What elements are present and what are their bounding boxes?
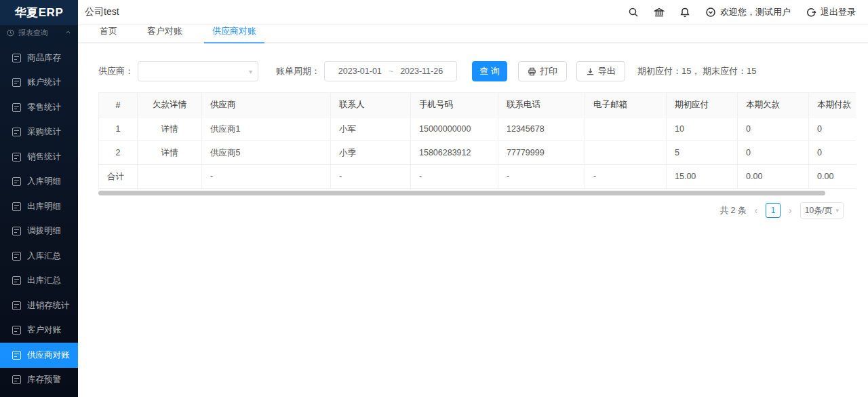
- column-header: 本期欠款: [738, 93, 809, 117]
- supplier-statement-table-wrap: #欠款详情供应商联系人手机号码联系电话电子邮箱期初应付本期欠款本期付款 1详情供…: [98, 92, 856, 189]
- table-cell: -: [585, 165, 667, 189]
- sidebar-item-4[interactable]: 销售统计: [0, 145, 78, 170]
- sidebar-item-label: 入库汇总: [27, 250, 61, 262]
- sidebar: 华夏ERP 报表查询 商品库存账户统计零售统计采购统计销售统计入库明细出库明细调…: [0, 0, 78, 397]
- table-cell: 5: [667, 141, 738, 165]
- topbar-right: 欢迎您，测试用户 退出登录: [628, 6, 856, 18]
- user-menu[interactable]: 欢迎您，测试用户: [705, 6, 791, 18]
- table-cell: -: [202, 165, 331, 189]
- tab-2[interactable]: 供应商对账: [212, 25, 256, 42]
- tabs-bar: 首页客户对账供应商对账: [78, 25, 868, 43]
- list-square-icon: [12, 153, 21, 162]
- list-square-icon: [12, 351, 21, 360]
- supplier-select[interactable]: ▾: [138, 61, 258, 81]
- pagination: 共 2 条 ‹ 1 › 10条/页 ▾: [90, 202, 844, 219]
- company-name: 公司test: [85, 6, 119, 18]
- payable-summary: 期初应付：15， 期末应付：15: [637, 65, 757, 77]
- sidebar-item-1[interactable]: 账户统计: [0, 71, 78, 96]
- sidebar-group-report-query[interactable]: 报表查询: [0, 25, 78, 40]
- table-cell: 0.00: [738, 165, 809, 189]
- sidebar-item-12[interactable]: 供应商对账: [0, 343, 78, 368]
- horizontal-scrollbar[interactable]: [98, 190, 856, 195]
- column-header: 联系人: [331, 93, 411, 117]
- chevron-up-icon: [65, 29, 71, 37]
- table-cell: 0: [809, 141, 856, 165]
- list-square-icon: [12, 202, 21, 211]
- print-label: 打印: [540, 65, 557, 77]
- date-start[interactable]: 2023-01-01: [338, 67, 382, 76]
- table-cell: 0: [738, 117, 809, 141]
- detail-link[interactable]: 详情: [138, 117, 202, 141]
- page-size-value: 10条/页: [805, 205, 833, 216]
- sidebar-item-10[interactable]: 进销存统计: [0, 293, 78, 318]
- list-square-icon: [12, 177, 21, 186]
- table-cell: 供应商1: [202, 117, 331, 141]
- sidebar-item-8[interactable]: 入库汇总: [0, 244, 78, 269]
- table-cell: [585, 141, 667, 165]
- chevron-down-icon: ▾: [249, 68, 252, 75]
- sidebar-item-5[interactable]: 入库明细: [0, 170, 78, 195]
- table-cell: 小军: [331, 117, 411, 141]
- export-button[interactable]: 导出: [576, 61, 625, 81]
- date-range-picker[interactable]: 2023-01-01 ~ 2023-11-26: [324, 61, 457, 81]
- sidebar-item-label: 库存预警: [27, 374, 61, 385]
- sidebar-item-6[interactable]: 出库明细: [0, 194, 78, 219]
- scrollbar-thumb[interactable]: [98, 191, 825, 195]
- sidebar-group-label: 报表查询: [18, 28, 48, 38]
- tab-0[interactable]: 首页: [100, 25, 117, 42]
- table-row: 2详情供应商5小季1580628391277779999500: [99, 141, 856, 165]
- clock-icon: [7, 29, 14, 37]
- page-size-select[interactable]: 10条/页 ▾: [800, 202, 844, 219]
- column-header: 供应商: [202, 93, 331, 117]
- list-square-icon: [12, 252, 21, 261]
- search-icon[interactable]: [628, 7, 639, 18]
- period-label: 账单周期：: [276, 65, 320, 77]
- table-total-row: 合计-----15.000.000.00: [99, 165, 856, 189]
- logout-icon: [806, 7, 816, 18]
- sidebar-menu: 商品库存账户统计零售统计采购统计销售统计入库明细出库明细调拨明细入库汇总出库汇总…: [0, 40, 78, 397]
- print-button[interactable]: 打印: [518, 61, 567, 81]
- sidebar-item-2[interactable]: 零售统计: [0, 95, 78, 120]
- table-header-row: #欠款详情供应商联系人手机号码联系电话电子邮箱期初应付本期欠款本期付款: [99, 93, 856, 117]
- table-cell: 小季: [331, 141, 411, 165]
- printer-icon: [528, 67, 536, 76]
- table-cell: [585, 117, 667, 141]
- sidebar-item-label: 零售统计: [27, 102, 61, 113]
- date-end[interactable]: 2023-11-26: [400, 67, 443, 76]
- chevron-down-icon: ▾: [835, 207, 839, 214]
- column-header: 本期付款: [809, 93, 856, 117]
- sidebar-item-0[interactable]: 商品库存: [0, 45, 78, 71]
- sidebar-item-11[interactable]: 客户对账: [0, 318, 78, 343]
- column-header: 手机号码: [411, 93, 498, 117]
- sidebar-item-13[interactable]: 库存预警: [0, 368, 78, 393]
- sidebar-item-label: 商品库存: [27, 52, 61, 64]
- table-cell: -: [331, 165, 411, 189]
- table-cell: 15000000000: [411, 117, 498, 141]
- sidebar-item-label: 出库明细: [27, 201, 61, 212]
- logout-label: 退出登录: [821, 6, 856, 18]
- sidebar-item-9[interactable]: 出库汇总: [0, 269, 78, 294]
- table-cell: 1: [99, 117, 138, 141]
- table-cell: -: [411, 165, 498, 189]
- table-cell: 12345678: [498, 117, 585, 141]
- bank-icon[interactable]: [654, 7, 665, 18]
- prev-page-icon[interactable]: ‹: [753, 205, 759, 216]
- bell-icon[interactable]: [679, 7, 690, 18]
- list-square-icon: [12, 375, 21, 384]
- search-button[interactable]: 查 询: [472, 61, 507, 81]
- column-header: 欠款详情: [138, 93, 202, 117]
- date-separator: ~: [389, 67, 393, 76]
- sidebar-item-3[interactable]: 采购统计: [0, 120, 78, 145]
- tab-1[interactable]: 客户对账: [147, 25, 182, 42]
- list-square-icon: [12, 78, 21, 87]
- detail-link[interactable]: 详情: [138, 141, 202, 165]
- logout-button[interactable]: 退出登录: [806, 6, 856, 18]
- current-page[interactable]: 1: [766, 203, 781, 218]
- table-cell: 15806283912: [411, 141, 498, 165]
- column-header: 电子邮箱: [585, 93, 667, 117]
- list-square-icon: [12, 227, 21, 235]
- sidebar-item-7[interactable]: 调拨明细: [0, 219, 78, 244]
- column-header: 期初应付: [667, 93, 738, 117]
- content: 供应商： ▾ 账单周期： 2023-01-01 ~ 2023-11-26 查 询…: [78, 43, 868, 397]
- next-page-icon[interactable]: ›: [787, 205, 793, 216]
